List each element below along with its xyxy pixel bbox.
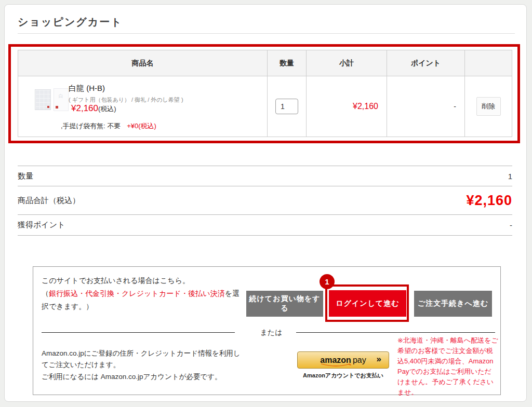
payment-intro-line1: このサイトでお支払いされる場合はこちら。	[42, 276, 190, 284]
summary-row-total: 商品合計（税込） ¥2,160	[18, 186, 512, 214]
header-actions	[464, 50, 512, 76]
amazon-pay-logo-word2: pay	[353, 356, 366, 364]
actions-cell: 削除	[464, 76, 512, 137]
continue-shopping-button[interactable]: 続けてお買い物をする	[246, 291, 323, 317]
item-subtotal: ¥2,160	[353, 102, 378, 111]
product-price: ¥2,160(税込)	[71, 103, 116, 114]
quantity-cell	[267, 76, 306, 137]
amazon-pay-button[interactable]: amazonpay »	[297, 351, 389, 369]
or-divider-right	[296, 332, 495, 333]
checkout-button[interactable]: ご注文手続きへ進む	[414, 291, 492, 317]
title-divider	[18, 33, 515, 34]
amazon-pay-caption: Amazonアカウントでお支払い	[292, 372, 394, 379]
bag-option-label: ,手提げ袋有無: 不要	[61, 122, 121, 130]
shipping-warning-text: ※北海道・沖縄・離島へ配送をご希望のお客様でご注文金額が税込5,400円未満の場…	[397, 335, 498, 398]
quantity-input[interactable]	[275, 99, 298, 114]
header-subtotal: 小計	[306, 50, 387, 76]
summary-total-label: 商品合計（税込）	[18, 196, 80, 206]
bag-option-price: +¥0(税込)	[127, 122, 156, 130]
payment-intro-text: このサイトでお支払いされる場合はこちら。 （銀行振込・代金引換・クレジットカード…	[42, 274, 244, 313]
login-proceed-button[interactable]: ログインして進む	[329, 290, 406, 317]
amazon-smile-icon	[321, 363, 351, 367]
product-bag-option: ,手提げ袋有無: 不要+¥0(税込)	[61, 121, 156, 131]
amazon-pay-arrow-icon: »	[377, 354, 381, 364]
annotation-step-badge: 1	[320, 274, 335, 289]
payment-options-box: このサイトでお支払いされる場合はこちら。 （銀行振込・代金引換・クレジットカード…	[33, 266, 501, 395]
product-price-tax-note: (税込)	[98, 105, 116, 113]
cart-page: ショッピングカート 商品名 数量 小計 ポイント 白龍 (H-B) ( ギフト用…	[4, 4, 527, 402]
payment-paren-open: （	[42, 289, 49, 297]
amazon-note-1: Amazon.co.jpにご登録の住所・クレジットカード情報を利用してご注文いた…	[42, 348, 242, 371]
or-divider-left	[42, 332, 235, 333]
payment-methods-list: 銀行振込・代金引換・クレジットカード・後払い決済	[49, 289, 225, 297]
cart-table-header-row: 商品名 数量 小計 ポイント	[18, 50, 512, 76]
points-cell: -	[387, 76, 464, 137]
cart-table: 商品名 数量 小計 ポイント 白龍 (H-B) ( ギフト用（包装あり） / 御…	[18, 50, 512, 137]
product-name: 白龍 (H-B)	[69, 84, 105, 93]
summary-quantity-label: 数量	[18, 171, 33, 181]
cart-item-row: 白龍 (H-B) ( ギフト用（包装あり） / 御礼 / 外のし希望 ) ¥2,…	[18, 76, 512, 137]
header-quantity: 数量	[267, 50, 306, 76]
product-price-amount: ¥2,160	[71, 103, 98, 113]
header-product-name: 商品名	[18, 50, 267, 76]
summary-quantity-value: 1	[508, 172, 512, 181]
product-cell: 白龍 (H-B) ( ギフト用（包装あり） / 御礼 / 外のし希望 ) ¥2,…	[18, 76, 267, 137]
product-options: ( ギフト用（包装あり） / 御礼 / 外のし希望 )	[69, 96, 183, 104]
summary-total-value: ¥2,160	[466, 193, 512, 209]
item-points: -	[454, 102, 456, 111]
delete-item-button[interactable]: 削除	[476, 97, 501, 116]
subtotal-cell: ¥2,160	[306, 76, 387, 137]
or-label: または	[256, 328, 287, 337]
page-title: ショッピングカート	[18, 15, 123, 29]
amazon-note-2: ご利用になるには Amazon.co.jpアカウントが必要です。	[42, 372, 249, 382]
amazon-pay-logo: amazonpay	[320, 356, 366, 365]
product-thumbnail-box	[35, 89, 51, 110]
product-thumbnail-package	[54, 88, 69, 111]
summary-row-quantity: 数量 1	[18, 166, 512, 186]
header-points: ポイント	[387, 50, 464, 76]
summary-points-label: 獲得ポイント	[18, 220, 65, 230]
order-summary: 数量 1 商品合計（税込） ¥2,160 獲得ポイント -	[18, 166, 512, 236]
summary-points-value: -	[510, 221, 512, 229]
summary-row-points: 獲得ポイント -	[18, 214, 512, 236]
